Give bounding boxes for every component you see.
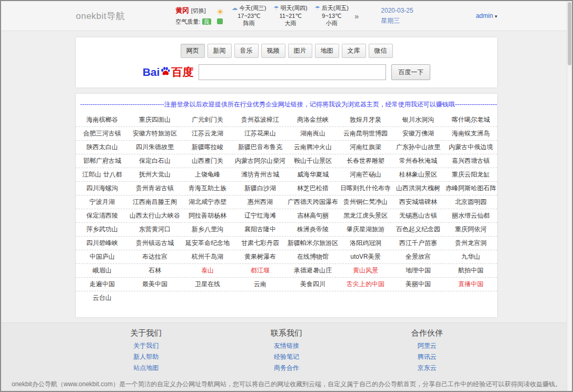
link-cell[interactable]: 广东孙中山故里: [392, 141, 444, 154]
link-cell[interactable]: 舌尖上的中国: [339, 278, 392, 291]
link-cell[interactable]: 辽宁红海滩: [234, 209, 286, 222]
link-cell[interactable]: 黑龙江虎头景区: [339, 209, 392, 222]
link-cell[interactable]: 贵州镇远古城: [129, 237, 181, 250]
link-cell[interactable]: 泰山: [181, 264, 234, 277]
link-cell[interactable]: 丽水缙云仙都: [444, 209, 497, 222]
link-cell[interactable]: 延安革命纪念地: [181, 237, 234, 250]
link-cell[interactable]: 内蒙古阿尔山柴河: [234, 154, 286, 168]
link-cell[interactable]: 萍乡武功山: [76, 223, 129, 236]
link-cell[interactable]: utoVR美景: [339, 250, 392, 263]
link-cell[interactable]: 杭州千岛湖: [181, 250, 234, 263]
search-tab[interactable]: 地图: [315, 44, 339, 58]
link-cell[interactable]: 峨眉山: [76, 264, 129, 277]
city-switch-link[interactable]: [切换]: [191, 7, 206, 14]
link-cell[interactable]: 四川碧峰峡: [76, 237, 129, 250]
link-cell[interactable]: 贵州龙宫洞: [444, 237, 497, 250]
link-cell[interactable]: 抚州大觉山: [129, 168, 181, 181]
link-cell[interactable]: 最美中国: [129, 278, 181, 291]
link-cell[interactable]: 保定清西陵: [76, 209, 129, 222]
link-cell[interactable]: 襄阳古隆中: [234, 223, 286, 236]
link-cell[interactable]: 九华山: [444, 250, 497, 263]
scrollbar-thumb[interactable]: [568, 2, 571, 65]
search-tab[interactable]: 图片: [288, 44, 312, 58]
link-cell[interactable]: 惠州西湖: [234, 195, 286, 209]
link-cell[interactable]: 洛阳鸡冠洞: [339, 237, 392, 250]
link-cell[interactable]: 重庆阿依河: [444, 223, 497, 236]
link-cell[interactable]: 北京圆明园: [444, 195, 497, 209]
link-cell[interactable]: 在线博物馆: [286, 250, 339, 263]
footer-link[interactable]: 阿里云: [357, 341, 497, 350]
link-cell[interactable]: 贵州荔波樟江: [234, 113, 286, 126]
link-cell[interactable]: 百色起义纪念园: [392, 223, 444, 236]
link-cell[interactable]: 安徽万佛湖: [392, 127, 444, 140]
link-cell[interactable]: 湖北咸宁赤壁: [181, 195, 234, 209]
link-cell[interactable]: 中国庐山: [76, 250, 129, 263]
link-cell[interactable]: 合肥三河古镇: [76, 127, 129, 140]
link-cell[interactable]: 潍坊青州古城: [234, 168, 286, 181]
link-cell[interactable]: 河南红旗渠: [339, 141, 392, 154]
link-cell[interactable]: 江郎山 廿八都: [76, 168, 129, 181]
link-cell[interactable]: 石林: [129, 264, 181, 277]
link-cell[interactable]: 广元剑门关: [181, 113, 234, 126]
link-cell[interactable]: 布达拉宫: [129, 250, 181, 263]
link-cell[interactable]: 新疆白沙湖: [234, 182, 286, 195]
link-cell[interactable]: 甘肃七彩丹霞: [234, 237, 286, 250]
link-cell[interactable]: 海南蜈支洲岛: [444, 127, 497, 140]
link-cell[interactable]: 新乡八里沟: [181, 223, 234, 236]
link-cell[interactable]: 西江千户苗寨: [392, 237, 444, 250]
search-tab[interactable]: 网页: [181, 44, 205, 58]
link-cell[interactable]: 云南腾冲火山: [286, 141, 339, 154]
link-cell[interactable]: 黄果树瀑布: [234, 250, 286, 263]
baidu-search-button[interactable]: 百度一下: [391, 64, 430, 80]
link-cell[interactable]: 株洲炎帝陵: [286, 223, 339, 236]
link-cell[interactable]: 航拍中国: [444, 264, 497, 277]
link-cell[interactable]: 内蒙古中俄边境: [444, 141, 497, 154]
link-cell[interactable]: 威海华夏城: [286, 168, 339, 181]
footer-link[interactable]: 经验笔记: [216, 352, 357, 361]
link-cell[interactable]: 赤峰阿斯哈图石阵: [444, 182, 497, 195]
user-menu[interactable]: admin ▾: [476, 12, 497, 19]
link-cell[interactable]: 新疆帕米尔旅游区: [286, 237, 339, 250]
link-cell[interactable]: 云南: [234, 278, 286, 291]
link-cell[interactable]: 美丽中国: [392, 278, 444, 291]
link-cell[interactable]: 河南芒砀山: [339, 168, 392, 181]
link-cell[interactable]: 山西太行山大峡谷: [129, 209, 181, 222]
link-cell[interactable]: 日喀则扎什伦布寺: [339, 182, 392, 195]
scrollbar[interactable]: [567, 1, 572, 391]
link-cell[interactable]: 鞍山千山景区: [286, 154, 339, 168]
link-cell[interactable]: 湖南崀山: [286, 127, 339, 140]
link-cell[interactable]: 都江堰: [234, 264, 286, 277]
link-cell[interactable]: 新疆巴音布鲁克: [234, 141, 286, 154]
link-cell[interactable]: 地理中国: [392, 264, 444, 277]
link-cell[interactable]: 吉林高句丽: [286, 209, 339, 222]
link-cell[interactable]: 江苏云龙湖: [181, 127, 234, 140]
search-tab[interactable]: 视频: [261, 44, 285, 58]
link-cell[interactable]: 新疆喀拉峻: [181, 141, 234, 154]
link-cell[interactable]: 安徽方特旅游区: [129, 127, 181, 140]
link-cell[interactable]: 重庆云阳龙缸: [444, 168, 497, 181]
link-cell[interactable]: 贵州青岩古镇: [129, 182, 181, 195]
link-cell[interactable]: 林芝巴松措: [286, 182, 339, 195]
link-cell[interactable]: 宁波月湖: [76, 195, 129, 209]
link-cell[interactable]: 保定白石山: [129, 154, 181, 168]
link-cell[interactable]: 江西南昌滕王阁: [129, 195, 181, 209]
footer-link[interactable]: 商务合作: [216, 364, 357, 373]
link-cell[interactable]: 四川朱德故里: [129, 141, 181, 154]
link-cell[interactable]: 云南昆明世博园: [339, 127, 392, 140]
footer-link[interactable]: 友情链接: [216, 341, 357, 350]
link-cell[interactable]: 上饶龟峰: [181, 168, 234, 181]
link-cell[interactable]: 海南槟榔谷: [76, 113, 129, 126]
link-cell[interactable]: 江苏花果山: [234, 127, 286, 140]
link-cell[interactable]: 邯郸广府古城: [76, 154, 129, 168]
search-tab[interactable]: 新闻: [208, 44, 232, 58]
search-tab[interactable]: 文库: [342, 44, 366, 58]
link-cell[interactable]: 承德避暑山庄: [286, 264, 339, 277]
link-cell[interactable]: 云台山: [76, 291, 129, 305]
link-cell[interactable]: 山西洪洞大槐树: [392, 182, 444, 195]
link-cell[interactable]: 卫星在线: [181, 278, 234, 291]
link-cell[interactable]: 东营黄河口: [129, 223, 181, 236]
link-cell[interactable]: 走遍中国: [76, 278, 129, 291]
link-cell[interactable]: 美食四川: [286, 278, 339, 291]
link-cell[interactable]: 广西德天跨国瀑布: [286, 195, 339, 209]
link-cell[interactable]: 商洛金丝峡: [286, 113, 339, 126]
